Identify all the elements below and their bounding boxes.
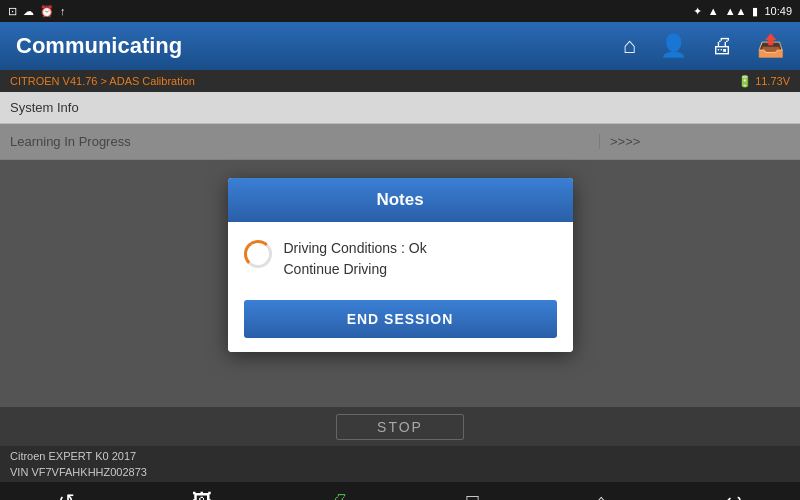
status-icon-1: ⊡ — [8, 5, 17, 18]
print-icon[interactable]: 🖨 — [711, 33, 733, 59]
nav-refresh-icon[interactable]: ↺ — [58, 489, 75, 500]
footer-line2: VIN VF7VFAHKHHZ002873 — [10, 466, 147, 478]
nav-square-icon[interactable]: □ — [466, 490, 478, 501]
dialog-message-line1: Driving Conditions : Ok — [284, 240, 427, 256]
nav-home-icon[interactable]: ⌂ — [595, 490, 607, 501]
stop-bar: STOP — [0, 406, 800, 446]
nav-back-icon[interactable]: ↩ — [725, 489, 742, 500]
dialog-footer: END SESSION — [228, 292, 573, 352]
header-icons: ⌂ 👤 🖨 📤 — [623, 33, 784, 59]
dialog-title: Notes — [376, 190, 423, 209]
dialog-header: Notes — [228, 178, 573, 222]
footer-text: Citroen EXPERT K0 2017 VIN VF7VFAHKHHZ00… — [10, 448, 147, 481]
notes-dialog: Notes Driving Conditions : Ok Continue D… — [228, 178, 573, 352]
status-bar-left: ⊡ ☁ ⏰ ↑ — [8, 5, 66, 18]
signal-icon: ▲ — [708, 5, 719, 17]
user-icon[interactable]: 👤 — [660, 33, 687, 59]
status-bar: ⊡ ☁ ⏰ ↑ ✦ ▲ ▲▲ ▮ 10:49 — [0, 0, 800, 22]
footer-info: Citroen EXPERT K0 2017 VIN VF7VFAHKHHZ00… — [0, 446, 800, 482]
battery-icon: ▮ — [752, 5, 758, 18]
breadcrumb-text: CITROEN V41.76 > ADAS Calibration — [10, 75, 195, 87]
nav-image-icon[interactable]: 🖼 — [192, 490, 212, 501]
app-header: Communicating ⌂ 👤 🖨 📤 — [0, 22, 800, 70]
status-icon-3: ⏰ — [40, 5, 54, 18]
dialog-body: Driving Conditions : Ok Continue Driving — [228, 222, 573, 292]
nav-printer-icon[interactable]: 🖨 — [329, 490, 349, 501]
breadcrumb: CITROEN V41.76 > ADAS Calibration 🔋 11.7… — [0, 70, 800, 92]
status-bar-right: ✦ ▲ ▲▲ ▮ 10:49 — [693, 5, 792, 18]
bluetooth-icon: ✦ — [693, 5, 702, 18]
wifi-icon: ▲▲ — [725, 5, 747, 17]
export-icon[interactable]: 📤 — [757, 33, 784, 59]
dialog-message: Driving Conditions : Ok Continue Driving — [284, 238, 427, 280]
status-icon-4: ↑ — [60, 5, 66, 17]
footer-line1: Citroen EXPERT K0 2017 — [10, 450, 136, 462]
dialog-message-line2: Continue Driving — [284, 261, 388, 277]
app-title: Communicating — [16, 33, 182, 59]
status-icon-2: ☁ — [23, 5, 34, 18]
system-info-bar: System Info — [0, 92, 800, 124]
spinner-icon — [244, 240, 272, 268]
home-icon[interactable]: ⌂ — [623, 33, 636, 59]
modal-overlay: Notes Driving Conditions : Ok Continue D… — [0, 124, 800, 406]
main-content: Learning In Progress >>>> Notes Driving … — [0, 124, 800, 406]
bottom-nav: ↺ 🖼 🖨 □ ⌂ ↩ — [0, 482, 800, 500]
stop-button[interactable]: STOP — [336, 414, 464, 440]
system-info-label: System Info — [10, 100, 79, 115]
clock: 10:49 — [764, 5, 792, 17]
end-session-button[interactable]: END SESSION — [244, 300, 557, 338]
battery-indicator: 🔋 11.73V — [738, 75, 790, 88]
